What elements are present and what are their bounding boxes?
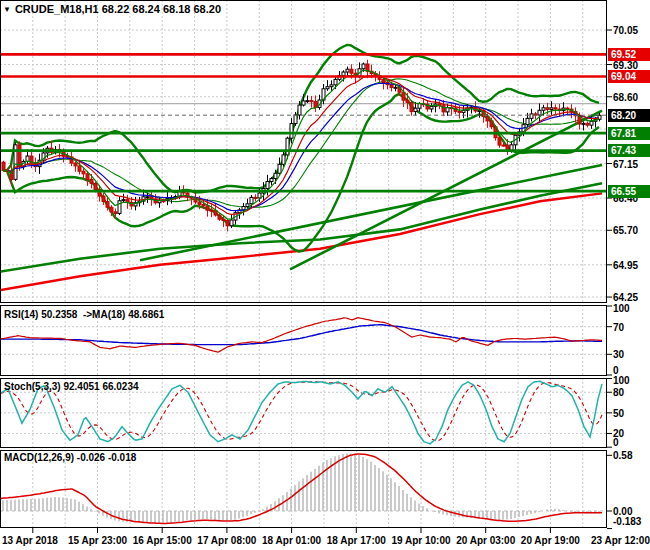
time-axis-label: 23 Apr 12:00 — [578, 535, 650, 546]
price-axis-tick: 64.95 — [613, 260, 638, 271]
stoch-axis-tick: 50 — [613, 408, 624, 419]
time-axis-label: 20 Apr 19:00 — [514, 535, 586, 546]
price-level-badge: 67.43 — [608, 144, 650, 157]
rsi-axis-tick: 70 — [613, 322, 624, 333]
price-axis-tick: 68.60 — [613, 92, 638, 103]
time-axis-label: 15 Apr 23:00 — [62, 535, 134, 546]
rsi-axis-tick: 30 — [613, 349, 624, 360]
time-axis-label: 18 Apr 17:00 — [320, 535, 392, 546]
price-level-badge: 66.55 — [608, 185, 650, 198]
chart-title: ▼CRUDE_M18,H1 68.22 68.24 68.18 68.20 — [3, 3, 221, 15]
price-axis-tick: 67.15 — [613, 159, 638, 170]
chart-window: ▼CRUDE_M18,H1 68.22 68.24 68.18 68.20 RS… — [0, 0, 650, 550]
stoch-axis-tick: 0 — [613, 437, 619, 448]
time-axis-label: 17 Apr 08:00 — [191, 535, 263, 546]
symbol-dropdown-icon[interactable]: ▼ — [3, 5, 11, 14]
macd-axis-tick: 0.58 — [613, 450, 632, 461]
price-axis-tick: 70.05 — [613, 25, 638, 36]
price-level-badge: 69.04 — [608, 70, 650, 83]
rsi-axis-tick: 100 — [613, 303, 630, 314]
time-axis-label: 18 Apr 01:00 — [256, 535, 328, 546]
chart-canvas[interactable] — [0, 0, 650, 550]
macd-indicator-label: MACD(12,26,9) -0.026 -0.018 — [4, 452, 136, 463]
rsi-indicator-label: RSI(14) 50.2358 ->MA(18) 48.6861 — [4, 309, 164, 320]
current-price-badge: 68.20 — [608, 109, 650, 122]
stoch-axis-tick: 80 — [613, 387, 624, 398]
price-level-badge: 69.52 — [608, 48, 650, 61]
time-axis-label: 19 Apr 10:00 — [385, 535, 457, 546]
stoch-axis-tick: 100 — [613, 375, 630, 386]
macd-axis-tick: -0.183 — [613, 516, 641, 527]
price-level-badge: 67.81 — [608, 127, 650, 140]
stoch-indicator-label: Stoch(5,3,3) 92.4051 66.0234 — [4, 381, 139, 392]
price-axis-tick: 64.25 — [613, 292, 638, 303]
symbol-period-label: CRUDE_M18,H1 — [15, 3, 99, 15]
ohlc-quote-label: 68.22 68.24 68.18 68.20 — [102, 3, 221, 15]
price-axis-tick: 65.70 — [613, 225, 638, 236]
time-axis-label: 20 Apr 03:00 — [450, 535, 522, 546]
time-axis-label: 16 Apr 15:00 — [126, 535, 198, 546]
